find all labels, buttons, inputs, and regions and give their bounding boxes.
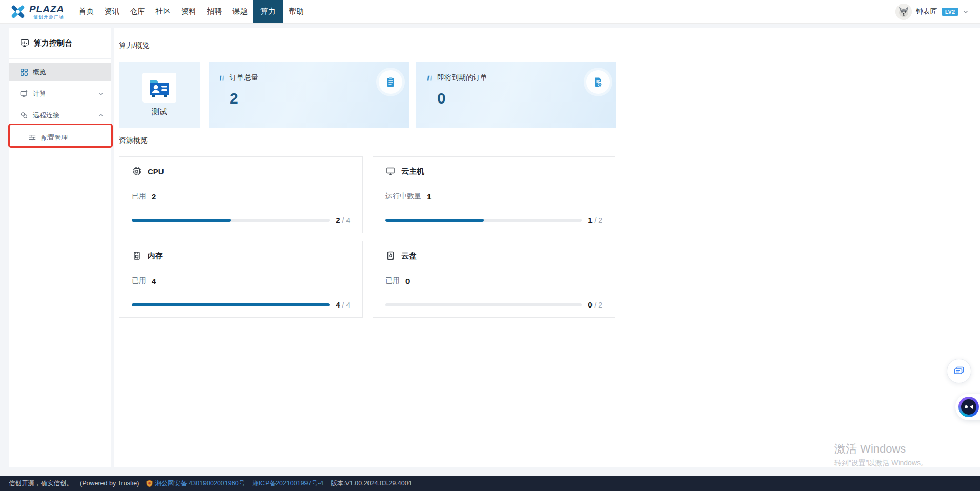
double-bar-icon [219,75,226,81]
monitor-chart-icon [20,38,29,48]
double-bar-icon [426,75,433,81]
progress-ratio: 1 / 2 [588,216,602,224]
resource-card-title: 内存 [148,251,163,261]
sidebar-item-remote-connection[interactable]: 远程连接 [9,106,111,125]
metric-value: 1 [427,192,431,201]
progress-ratio: 0 / 2 [588,300,602,309]
metric-label: 已用 [132,192,146,201]
resources-section-title: 资源概览 [119,136,148,145]
nav-item-computing[interactable]: 算力 [253,0,283,23]
resource-card-cloud-disk: 云盘 已用 0 0 / 2 [373,241,615,318]
brand-logo[interactable]: PLAZA 信创开源广场 [10,4,64,19]
link-rings-icon [20,111,28,119]
sliders-icon [28,134,36,142]
resource-card-title: 云主机 [401,167,424,176]
stat-card-expiring-orders: 即将到期的订单 0 [416,62,616,128]
user-level-badge: LV2 [942,8,958,16]
feedback-chat-button[interactable] [947,359,971,383]
contact-folder-icon [142,73,176,103]
cloud-disk-icon [385,251,396,261]
cpu-chip-icon [132,166,142,176]
main-panel: 算力/概览 测试 [114,28,980,467]
metric-label: 已用 [385,276,400,285]
breadcrumb: 算力/概览 [119,41,150,50]
clipboard-icon [379,70,402,94]
public-security-badge-icon [146,480,153,487]
nav-item-repo[interactable]: 仓库 [125,0,150,23]
monitor-plus-icon [20,90,28,98]
app-root: PLAZA 信创开源广场 首页 资讯 仓库 社区 资料 招聘 课题 算力 帮助 [0,0,980,491]
resource-card-cpu: CPU 已用 2 2 / 4 [119,156,363,233]
project-card-label: 测试 [152,107,167,117]
chat-messages-icon [953,365,965,377]
stat-card-title: 订单总量 [219,73,398,83]
police-record-link[interactable]: 湘公网安备 43019002001960号 [146,479,245,488]
robot-face-icon [958,397,979,417]
sidebar-item-compute[interactable]: 计算 [9,85,111,103]
stat-card-value: 2 [230,90,398,107]
nav-item-docs[interactable]: 资料 [176,0,201,23]
cloud-host-icon [385,166,396,176]
resource-card-cloud-host: 云主机 运行中数量 1 1 / 2 [373,156,615,233]
progress-bar [132,219,330,222]
chevron-up-icon [98,112,104,118]
nav-item-jobs[interactable]: 招聘 [201,0,227,23]
metric-label: 运行中数量 [385,192,421,201]
sidebar-menu: 概览 计算 [9,59,111,148]
nav-item-news[interactable]: 资讯 [99,0,125,23]
ai-assistant-button[interactable] [955,394,980,420]
metric-value: 2 [152,192,156,201]
sidebar-item-config-management[interactable]: 配置管理 [9,128,111,148]
sidebar-title: 算力控制台 [9,28,111,59]
chevron-down-icon [963,9,969,15]
footer-version: 版本:V1.00.2024.03.29.4001 [331,479,412,488]
top-navbar: PLAZA 信创开源广场 首页 资讯 仓库 社区 资料 招聘 课题 算力 帮助 [0,0,980,24]
progress-bar [385,219,582,222]
user-avatar[interactable] [895,4,912,20]
resource-card-memory: 内存 已用 4 4 / 4 [119,241,363,318]
stat-card-title: 即将到期的订单 [426,73,606,83]
user-menu[interactable]: 钟表匠 LV2 [895,4,969,20]
progress-ratio: 2 / 4 [336,216,350,224]
nav-item-topics[interactable]: 课题 [227,0,253,23]
brand-name: PLAZA [29,4,64,14]
memory-icon [132,251,142,261]
husky-dog-avatar-icon [895,4,912,20]
brand-subtitle: 信创开源广场 [29,15,64,19]
stat-card-value: 0 [437,90,606,107]
document-clock-icon [586,70,610,94]
metric-value: 0 [405,277,410,285]
stat-card-total-orders: 订单总量 2 [209,62,409,128]
x-pinwheel-logo-icon [10,4,26,19]
progress-ratio: 4 / 4 [336,300,350,309]
user-name: 钟表匠 [916,7,937,16]
metric-label: 已用 [132,276,146,285]
main-nav: 首页 资讯 仓库 社区 资料 招聘 课题 算力 帮助 [73,0,309,23]
sidebar-item-overview[interactable]: 概览 [9,63,111,81]
progress-bar [132,303,330,306]
project-card[interactable]: 测试 [119,62,200,128]
metric-value: 4 [152,277,156,285]
footer-bar: 信创开源，确实信创。 (Powered by Trustie) 湘公网安备 43… [0,476,980,491]
resource-card-title: CPU [148,167,164,176]
icp-record-link[interactable]: 湘ICP备2021001997号-4 [252,479,323,488]
nav-item-community[interactable]: 社区 [150,0,176,23]
footer-slogan: 信创开源，确实信创。 [9,479,73,488]
progress-bar [385,303,582,306]
nav-item-home[interactable]: 首页 [73,0,99,23]
resource-card-title: 云盘 [401,251,417,261]
chevron-down-icon [98,91,104,97]
sidebar: 算力控制台 概览 [9,28,111,467]
nav-item-help[interactable]: 帮助 [283,0,309,23]
grid-icon [20,68,28,76]
footer-powered-by: (Powered by Trustie) [80,480,139,487]
